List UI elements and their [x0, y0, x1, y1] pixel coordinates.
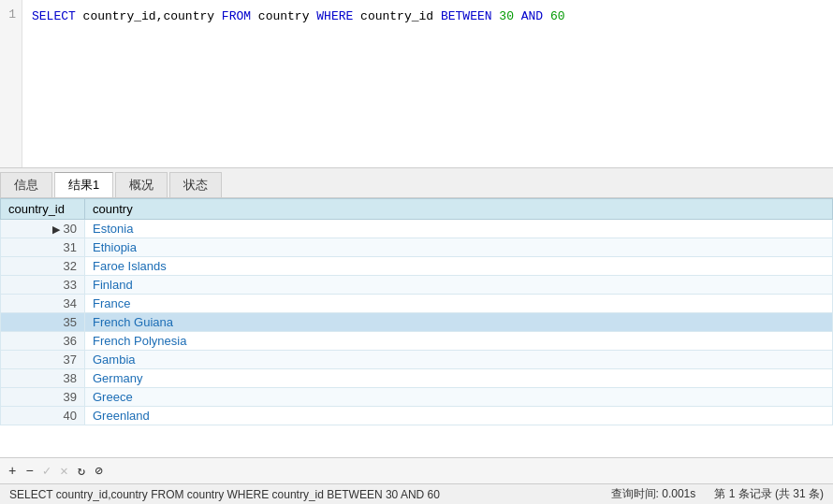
table-row[interactable]: ▶ 30Estonia	[1, 220, 833, 238]
status-time-value: 0.001s	[662, 487, 695, 500]
status-time-label: 查询时间:	[611, 487, 659, 500]
cell-country: Germany	[85, 369, 833, 388]
cell-country: Greece	[85, 388, 833, 407]
cell-country: Gambia	[85, 351, 833, 369]
cell-country: Finland	[85, 276, 833, 295]
status-query: SELECT country_id,country FROM country W…	[9, 488, 440, 501]
results-area[interactable]: country_id country ▶ 30Estonia31Ethiopia…	[0, 198, 833, 457]
cell-country: Greenland	[85, 407, 833, 425]
cell-country-id: 39	[1, 388, 85, 407]
check-button[interactable]: ✓	[40, 463, 53, 479]
tab-status[interactable]: 状态	[169, 172, 222, 197]
cell-country-id: 35	[1, 313, 85, 332]
sql-keyword-and: AND	[521, 9, 543, 23]
table-row[interactable]: 35French Guiana	[1, 313, 833, 332]
tab-overview[interactable]: 概况	[115, 172, 168, 197]
cell-country-id: 38	[1, 369, 85, 388]
table-row[interactable]: 39Greece	[1, 388, 833, 407]
cell-country-id: 31	[1, 238, 85, 257]
cancel-edit-button[interactable]: ✕	[57, 463, 70, 479]
add-row-button[interactable]: +	[6, 464, 19, 479]
sql-code[interactable]: SELECT country_id,country FROM country W…	[22, 0, 833, 167]
row-pointer-icon: ▶	[52, 223, 63, 235]
sql-text3: country_id	[353, 9, 441, 23]
table-row[interactable]: 40Greenland	[1, 407, 833, 425]
sql-number-30: 30	[499, 9, 514, 23]
status-records-label: 第 1 条记录 (共 31 条)	[714, 487, 824, 500]
results-table: country_id country ▶ 30Estonia31Ethiopia…	[0, 198, 833, 425]
status-records: 查询时间: 0.001s 第 1 条记录 (共 31 条)	[611, 486, 824, 502]
sql-keyword-between: BETWEEN	[441, 9, 492, 23]
cell-country-id: 36	[1, 332, 85, 351]
line-numbers: 1	[0, 0, 22, 167]
table-row[interactable]: 32Faroe Islands	[1, 257, 833, 276]
sql-text6	[543, 9, 550, 23]
remove-row-button[interactable]: −	[22, 464, 36, 479]
sql-text5	[514, 9, 521, 23]
sql-keyword-from: FROM	[222, 9, 251, 23]
cell-country-id: ▶ 30	[1, 220, 85, 238]
table-row[interactable]: 33Finland	[1, 276, 833, 295]
sql-keyword-select: SELECT	[32, 9, 76, 23]
sql-number-60: 60	[550, 9, 565, 23]
tabs-bar: 信息 结果1 概况 状态	[0, 168, 833, 198]
col-header-country-id[interactable]: country_id	[1, 199, 85, 220]
cell-country: French Guiana	[85, 313, 833, 332]
cell-country-id: 33	[1, 276, 85, 295]
cell-country: French Polynesia	[85, 332, 833, 351]
table-row[interactable]: 36French Polynesia	[1, 332, 833, 351]
sql-editor[interactable]: 1 SELECT country_id,country FROM country…	[0, 0, 833, 168]
table-row[interactable]: 34France	[1, 295, 833, 313]
sql-text: country_id,country	[76, 9, 222, 23]
stop-button[interactable]: ⊘	[92, 463, 105, 479]
table-row[interactable]: 38Germany	[1, 369, 833, 388]
cell-country-id: 37	[1, 351, 85, 369]
cell-country: Estonia	[85, 220, 833, 238]
tab-info[interactable]: 信息	[0, 172, 52, 197]
sql-text2: country	[251, 9, 316, 23]
tab-result1[interactable]: 结果1	[54, 172, 113, 197]
table-row[interactable]: 31Ethiopia	[1, 238, 833, 257]
cell-country-id: 34	[1, 295, 85, 313]
cell-country-id: 32	[1, 257, 85, 276]
cell-country: Faroe Islands	[85, 257, 833, 276]
col-header-country[interactable]: country	[85, 199, 833, 220]
status-bar: SELECT country_id,country FROM country W…	[0, 483, 833, 504]
cell-country-id: 40	[1, 407, 85, 425]
cell-country: Ethiopia	[85, 238, 833, 257]
refresh-button[interactable]: ↻	[75, 463, 88, 479]
cell-country: France	[85, 295, 833, 313]
table-row[interactable]: 37Gambia	[1, 351, 833, 369]
bottom-toolbar: + − ✓ ✕ ↻ ⊘	[0, 457, 833, 483]
sql-keyword-where: WHERE	[316, 9, 353, 23]
